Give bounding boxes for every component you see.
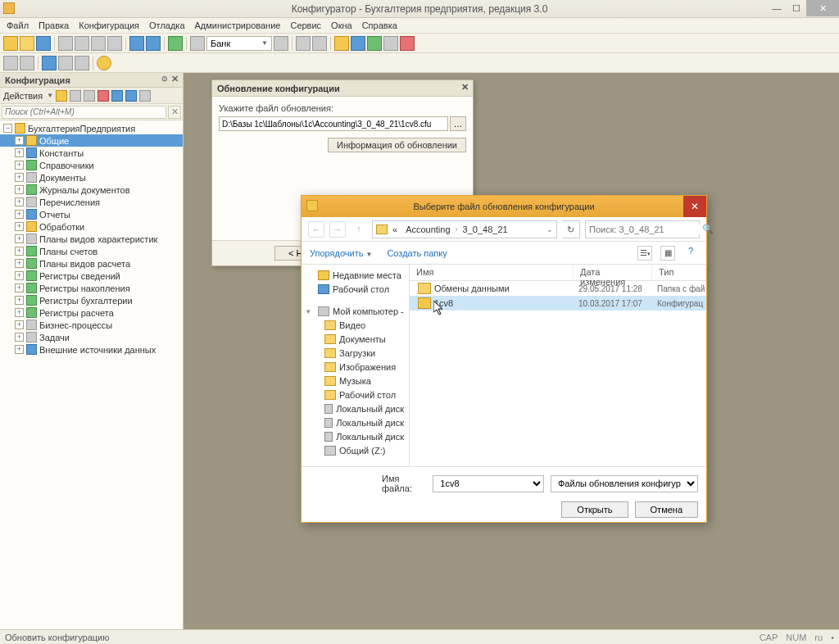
place-item[interactable]: Локальный диск [302, 415, 409, 429]
places-network[interactable]: ▸ Сеть [302, 465, 409, 466]
sa-b-icon[interactable] [70, 90, 81, 102]
cancel-button[interactable]: Отмена [635, 501, 698, 518]
filename-input[interactable]: 1cv8 [433, 475, 544, 492]
sa-add-icon[interactable] [56, 90, 67, 102]
forward-icon[interactable]: → [329, 221, 346, 238]
place-item[interactable]: Локальный диск [302, 429, 409, 443]
file-row[interactable]: Обмены данными29.05.2017 11:28Папка с фа… [410, 281, 706, 296]
expand-icon[interactable]: + [15, 185, 24, 194]
file-list-header[interactable]: Имя Дата изменения Тип [410, 265, 706, 281]
toolbar-combo[interactable]: Банк ▼ [206, 36, 272, 51]
tb2-a-icon[interactable] [3, 56, 18, 70]
tree-item[interactable]: +Обработки [0, 220, 183, 233]
expand-icon[interactable]: + [15, 197, 24, 206]
tree-item[interactable]: +Регистры накопления [0, 282, 183, 294]
expand-icon[interactable]: + [15, 210, 24, 219]
sa-c-icon[interactable] [84, 90, 95, 102]
config-tree[interactable]: − БухгалтерияПредприятия +Общие+Констант… [0, 120, 183, 629]
tb-cut-icon[interactable] [58, 36, 73, 51]
view-details-icon[interactable]: ▦ [660, 246, 675, 261]
file-row[interactable]: 1cv810.03.2017 17:07Конфигурац [410, 296, 706, 311]
places-panel[interactable]: Недавние местаРабочий стол ▾ Мой компьют… [302, 265, 410, 466]
expand-icon[interactable]: + [15, 308, 24, 317]
update-path-input[interactable] [219, 116, 448, 131]
help-icon[interactable]: ? [683, 246, 698, 261]
tb-print-icon[interactable] [107, 36, 122, 51]
tb-redo-icon[interactable] [146, 36, 161, 51]
tree-item[interactable]: +Регистры расчета [0, 306, 183, 319]
close-icon[interactable]: ✕ [459, 82, 470, 93]
tree-item[interactable]: +Журналы документов [0, 184, 183, 196]
menu-edit[interactable]: Правка [39, 20, 69, 30]
open-button[interactable]: Открыть [561, 501, 628, 518]
browse-button[interactable]: … [450, 116, 466, 131]
actions-label[interactable]: Действия [3, 91, 43, 101]
tree-item[interactable]: +Регистры сведений [0, 270, 183, 282]
ofd-title[interactable]: Выберите файл обновления конфигурации ✕ [302, 196, 706, 217]
close-icon[interactable]: ✕ [683, 196, 706, 217]
place-item[interactable]: Рабочий стол [302, 282, 409, 296]
tb2-b-icon[interactable] [20, 56, 34, 70]
tree-item[interactable]: +Отчеты [0, 208, 183, 220]
info-button[interactable]: Информация об обновлении [328, 138, 466, 152]
crumb-seg[interactable]: Accounting [402, 224, 453, 234]
sa-up-icon[interactable] [111, 90, 123, 102]
close-button[interactable]: ✕ [806, 0, 839, 16]
tree-item[interactable]: +Внешние источники данных [0, 343, 183, 356]
place-item[interactable]: Рабочий стол [302, 388, 409, 401]
newfolder-button[interactable]: Создать папку [387, 248, 447, 258]
expand-icon[interactable]: + [15, 345, 24, 354]
expand-icon[interactable]: + [15, 333, 24, 342]
place-item[interactable]: Недавние места [302, 268, 409, 282]
menu-windows[interactable]: Окна [331, 20, 352, 30]
tb-d-icon[interactable] [351, 36, 365, 51]
tb2-e-icon[interactable] [75, 56, 89, 70]
view-list-icon[interactable]: ☰▾ [637, 246, 652, 261]
sa-del-icon[interactable] [98, 90, 109, 102]
expand-icon[interactable]: + [15, 247, 24, 256]
tb-save-icon[interactable] [36, 36, 51, 51]
tb-delete-icon[interactable] [274, 36, 288, 51]
expand-icon[interactable]: + [15, 271, 24, 280]
tree-item[interactable]: +Перечисления [0, 196, 183, 208]
tree-item[interactable]: +Планы счетов [0, 245, 183, 257]
ofd-search-input[interactable] [589, 224, 702, 234]
place-item[interactable]: Музыка [302, 374, 409, 388]
crumb-seg[interactable]: « [389, 224, 401, 234]
sa-sort-icon[interactable] [139, 90, 151, 102]
menu-service[interactable]: Сервис [290, 20, 321, 30]
filter-select[interactable]: Файлы обновления конфигур [551, 475, 698, 492]
search-icon[interactable]: 🔍 [702, 224, 714, 234]
tb-run-icon[interactable] [334, 36, 349, 51]
chevron-down-icon[interactable]: ▼ [47, 92, 53, 99]
tb-open-icon[interactable] [20, 36, 34, 51]
place-item[interactable]: Документы [302, 332, 409, 346]
up-icon[interactable]: ↑ [351, 221, 367, 238]
expand-icon[interactable]: + [15, 259, 24, 268]
maximize-button[interactable]: ☐ [787, 0, 806, 16]
clear-search-icon[interactable]: ✕ [168, 106, 181, 119]
tb2-play-icon[interactable] [97, 56, 111, 70]
collapse-icon[interactable]: ▾ [306, 307, 315, 315]
tree-item[interactable]: +Документы [0, 171, 183, 184]
tb-new-icon[interactable] [3, 36, 18, 51]
expand-icon[interactable]: + [15, 136, 24, 145]
expand-icon[interactable]: + [15, 320, 24, 329]
places-computer[interactable]: ▾ Мой компьютер - [302, 304, 409, 318]
ofd-search[interactable]: 🔍 [585, 220, 700, 238]
chevron-down-icon[interactable]: ⌄ [546, 225, 553, 234]
place-item[interactable]: Загрузки [302, 346, 409, 360]
tree-item[interactable]: +Константы [0, 147, 183, 159]
tb-search-icon[interactable] [190, 36, 205, 51]
breadcrumb[interactable]: « Accounting › 3_0_48_21 ⌄ [372, 220, 557, 238]
tree-item[interactable]: +Справочники [0, 159, 183, 171]
expand-icon[interactable]: + [15, 173, 24, 182]
back-icon[interactable]: ← [308, 221, 324, 238]
tb2-d-icon[interactable] [58, 56, 73, 70]
tb-f-icon[interactable] [383, 36, 398, 51]
dialog-title[interactable]: Обновление конфигурации ✕ [212, 80, 473, 97]
expand-icon[interactable]: + [15, 148, 24, 157]
place-item[interactable]: Видео [302, 318, 409, 332]
tb2-c-icon[interactable] [42, 56, 57, 70]
col-name[interactable]: Имя [410, 265, 574, 280]
